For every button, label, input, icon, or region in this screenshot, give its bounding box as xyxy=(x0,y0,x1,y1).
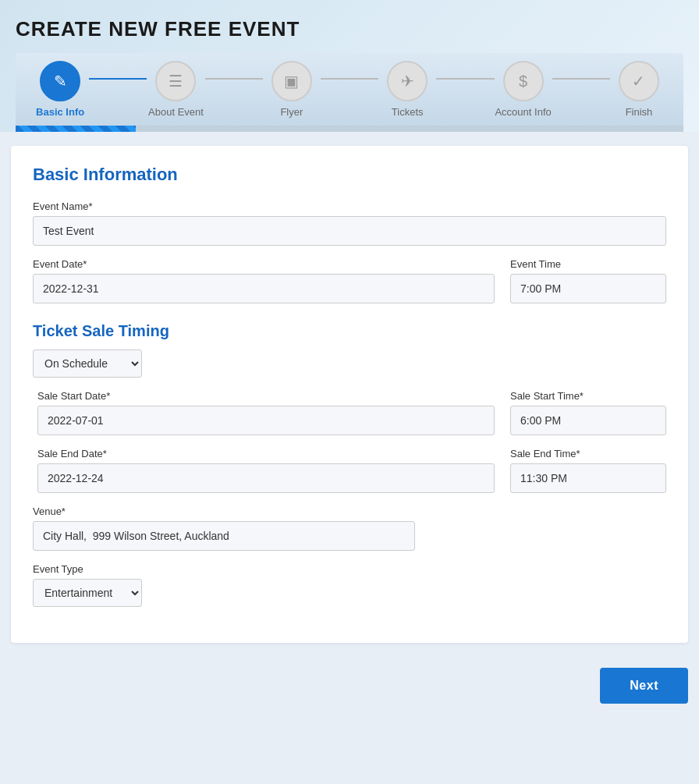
progress-bar-fill xyxy=(16,126,136,132)
step-label-flyer: Flyer xyxy=(280,106,303,118)
event-datetime-row: Event Date* Event Time xyxy=(33,258,666,303)
sale-end-date-input[interactable] xyxy=(37,463,495,493)
stepper: ✎ Basic Info ☰ About Event ▣ Flyer ✈ Tic… xyxy=(16,53,683,126)
step-line-4 xyxy=(436,78,494,80)
step-line-1 xyxy=(89,78,147,80)
step-about-event[interactable]: ☰ About Event xyxy=(147,61,204,118)
sale-start-row: Sale Start Date* Sale Start Time* xyxy=(37,390,666,435)
event-date-input[interactable] xyxy=(33,274,495,303)
event-type-label: Event Type xyxy=(33,563,666,575)
venue-label: Venue* xyxy=(33,506,666,517)
step-tickets[interactable]: ✈ Tickets xyxy=(378,61,436,118)
step-line-5 xyxy=(552,78,610,80)
sale-start-time-input[interactable] xyxy=(510,406,666,435)
event-date-label: Event Date* xyxy=(33,258,495,270)
next-btn-row: Next xyxy=(0,657,699,716)
step-line-2 xyxy=(205,78,263,80)
main-content: Basic Information Event Name* Event Date… xyxy=(11,146,688,643)
step-circle-about-event: ☰ xyxy=(155,61,196,101)
section-title: Basic Information xyxy=(33,165,666,185)
event-name-input[interactable] xyxy=(33,216,666,246)
ticket-timing-title: Ticket Sale Timing xyxy=(33,322,666,340)
venue-group: Venue* xyxy=(33,506,666,551)
step-label-account-info: Account Info xyxy=(495,106,551,118)
sale-end-row: Sale End Date* Sale End Time* xyxy=(37,448,666,493)
event-name-group: Event Name* xyxy=(33,200,666,246)
step-label-finish: Finish xyxy=(626,106,653,118)
sale-start-date-group: Sale Start Date* xyxy=(37,390,495,435)
sale-start-time-group: Sale Start Time* xyxy=(510,390,666,435)
event-type-group: Event Type Entertainment Sports Music Ar… xyxy=(33,563,666,607)
step-circle-tickets: ✈ xyxy=(387,61,428,101)
progress-bar-container xyxy=(16,126,683,132)
sale-start-date-label: Sale Start Date* xyxy=(37,390,495,402)
step-basic-info[interactable]: ✎ Basic Info xyxy=(31,61,89,118)
sale-end-time-label: Sale End Time* xyxy=(510,448,666,459)
page-title: CREATE NEW FREE EVENT xyxy=(16,9,683,53)
sale-section: Sale Start Date* Sale Start Time* Sale E… xyxy=(33,390,666,493)
sale-end-date-group: Sale End Date* xyxy=(37,448,495,493)
sale-end-time-group: Sale End Time* xyxy=(510,448,666,493)
event-name-label: Event Name* xyxy=(33,200,666,212)
sale-end-time-input[interactable] xyxy=(510,463,666,493)
page-header: CREATE NEW FREE EVENT ✎ Basic Info ☰ Abo… xyxy=(0,0,699,132)
step-label-about-event: About Event xyxy=(148,106,204,118)
step-circle-account-info: $ xyxy=(503,61,544,101)
event-time-group: Event Time xyxy=(510,258,666,303)
step-finish[interactable]: ✓ Finish xyxy=(610,61,668,118)
sale-start-date-input[interactable] xyxy=(37,406,495,435)
step-circle-flyer: ▣ xyxy=(271,61,312,101)
schedule-select[interactable]: On Schedule Immediately Custom xyxy=(33,349,142,378)
event-date-group: Event Date* xyxy=(33,258,495,303)
event-time-label: Event Time xyxy=(510,258,666,270)
step-circle-basic-info: ✎ xyxy=(40,61,80,101)
step-account-info[interactable]: $ Account Info xyxy=(495,61,552,118)
step-circle-finish: ✓ xyxy=(619,61,659,101)
step-label-basic-info: Basic Info xyxy=(36,106,84,118)
sale-end-date-label: Sale End Date* xyxy=(37,448,495,459)
sale-start-time-label: Sale Start Time* xyxy=(510,390,666,402)
next-button[interactable]: Next xyxy=(600,668,688,704)
step-line-3 xyxy=(321,78,378,80)
event-time-input[interactable] xyxy=(510,274,666,303)
venue-input[interactable] xyxy=(33,521,415,551)
step-label-tickets: Tickets xyxy=(392,106,424,118)
schedule-group: On Schedule Immediately Custom xyxy=(33,349,666,378)
step-flyer[interactable]: ▣ Flyer xyxy=(263,61,321,118)
event-type-select[interactable]: Entertainment Sports Music Art Other xyxy=(33,579,142,607)
